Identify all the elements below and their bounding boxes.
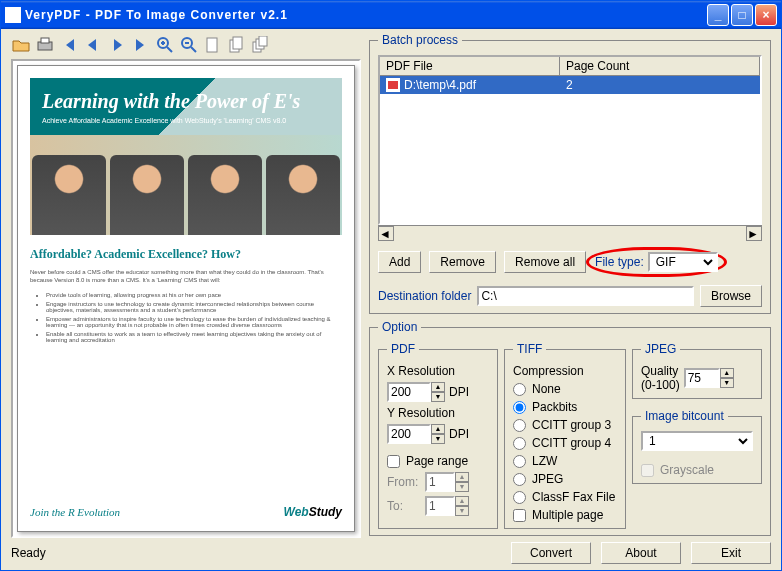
page-range-check[interactable] — [387, 455, 400, 468]
spin-up-icon[interactable]: ▲ — [431, 382, 445, 392]
comp-fax-radio[interactable] — [513, 491, 526, 504]
col-page-count[interactable]: Page Count — [560, 57, 760, 75]
spin-down-icon[interactable]: ▼ — [431, 392, 445, 402]
col-pdf-file[interactable]: PDF File — [380, 57, 560, 75]
copy-page-icon[interactable] — [227, 35, 247, 55]
option-group: Option PDF X Resolution ▲▼ DPI Y Resolut… — [369, 320, 771, 536]
compression-label: Compression — [513, 364, 617, 378]
browse-button[interactable]: Browse — [700, 285, 762, 307]
remove-button[interactable]: Remove — [429, 251, 496, 273]
remove-all-button[interactable]: Remove all — [504, 251, 586, 273]
y-res-label: Y Resolution — [387, 406, 489, 420]
next-page-icon[interactable] — [107, 35, 127, 55]
preview-bullet: Empower administrators to inspire facult… — [46, 316, 342, 328]
preview-pane: Learning with the Power of E's Achieve A… — [11, 59, 361, 538]
comp-none-radio[interactable] — [513, 383, 526, 396]
horizontal-scrollbar[interactable]: ◄► — [378, 225, 762, 241]
dest-folder-label: Destination folder — [378, 289, 471, 303]
zoom-out-icon[interactable] — [179, 35, 199, 55]
option-legend: Option — [378, 320, 421, 334]
zoom-in-icon[interactable] — [155, 35, 175, 55]
app-icon — [5, 7, 21, 23]
pdf-page-preview: Learning with the Power of E's Achieve A… — [17, 65, 355, 532]
add-button[interactable]: Add — [378, 251, 421, 273]
print-icon[interactable] — [35, 35, 55, 55]
batch-legend: Batch process — [378, 33, 462, 47]
first-page-icon[interactable] — [59, 35, 79, 55]
preview-bullet: Enable all constituents to work as a tea… — [46, 331, 342, 343]
preview-hero-title: Learning with the Power of E's — [42, 90, 330, 113]
toolbar — [11, 33, 361, 59]
page-to-input — [425, 496, 455, 516]
window-title: VeryPDF - PDF To Image Converter v2.1 — [25, 8, 707, 22]
x-res-label: X Resolution — [387, 364, 489, 378]
comp-ccitt3-radio[interactable] — [513, 419, 526, 432]
dest-folder-input[interactable] — [477, 286, 694, 306]
svg-rect-1 — [41, 38, 49, 43]
tiff-group: TIFF Compression None Packbits CCITT gro… — [504, 342, 626, 529]
spin-up-icon[interactable]: ▲ — [720, 368, 734, 378]
bitcount-select[interactable]: 1 — [641, 431, 753, 451]
svg-rect-6 — [233, 37, 242, 49]
quality-input[interactable] — [684, 368, 720, 388]
file-path: D:\temp\4.pdf — [404, 78, 476, 92]
pages-icon[interactable] — [251, 35, 271, 55]
grayscale-check — [641, 464, 654, 477]
close-button[interactable]: × — [755, 4, 777, 26]
preview-logo: WebStudy — [284, 505, 342, 519]
minimize-button[interactable]: _ — [707, 4, 729, 26]
spin-up-icon[interactable]: ▲ — [431, 424, 445, 434]
pdf-group: PDF X Resolution ▲▼ DPI Y Resolution ▲▼ … — [378, 342, 498, 529]
file-type-select[interactable]: GIF — [648, 252, 718, 272]
preview-hero-sub: Achieve Affordable Academic Excellence w… — [42, 117, 330, 124]
file-type-highlight: File type: GIF — [586, 247, 727, 277]
comp-lzw-radio[interactable] — [513, 455, 526, 468]
comp-ccitt4-radio[interactable] — [513, 437, 526, 450]
maximize-button[interactable]: □ — [731, 4, 753, 26]
convert-button[interactable]: Convert — [511, 542, 591, 564]
preview-body: Never before could a CMS offer the educa… — [30, 268, 342, 285]
file-type-label: File type: — [595, 255, 644, 269]
comp-packbits-radio[interactable] — [513, 401, 526, 414]
file-row[interactable]: D:\temp\4.pdf 2 — [380, 76, 760, 94]
spin-down-icon[interactable]: ▼ — [720, 378, 734, 388]
jpeg-group: JPEG Quality (0-100) ▲▼ — [632, 342, 762, 399]
preview-bullet: Provide tools of learning, allowing prog… — [46, 292, 342, 298]
svg-rect-4 — [207, 38, 217, 52]
title-bar: VeryPDF - PDF To Image Converter v2.1 _ … — [1, 1, 781, 29]
bitcount-group: Image bitcount 1 Grayscale — [632, 409, 762, 484]
spin-down-icon[interactable]: ▼ — [431, 434, 445, 444]
x-res-input[interactable] — [387, 382, 431, 402]
status-text: Ready — [11, 546, 501, 560]
last-page-icon[interactable] — [131, 35, 151, 55]
page-from-input — [425, 472, 455, 492]
svg-rect-9 — [259, 36, 267, 46]
preview-slogan: Join the R Evolution — [30, 506, 120, 518]
preview-bullet: Engage instructors to use technology to … — [46, 301, 342, 313]
batch-process-group: Batch process PDF File Page Count D:\tem… — [369, 33, 771, 314]
file-list[interactable]: PDF File Page Count D:\temp\4.pdf 2 — [378, 55, 762, 225]
page-range-label: Page range — [406, 454, 468, 468]
file-page-count: 2 — [560, 76, 760, 94]
quality-label: Quality (0-100) — [641, 364, 680, 392]
exit-button[interactable]: Exit — [691, 542, 771, 564]
prev-page-icon[interactable] — [83, 35, 103, 55]
comp-jpeg-radio[interactable] — [513, 473, 526, 486]
new-page-icon[interactable] — [203, 35, 223, 55]
y-res-input[interactable] — [387, 424, 431, 444]
preview-h2: Affordable? Academic Excellence? How? — [30, 247, 342, 262]
pdf-icon — [386, 78, 400, 92]
multipage-check[interactable] — [513, 509, 526, 522]
open-icon[interactable] — [11, 35, 31, 55]
about-button[interactable]: About — [601, 542, 681, 564]
